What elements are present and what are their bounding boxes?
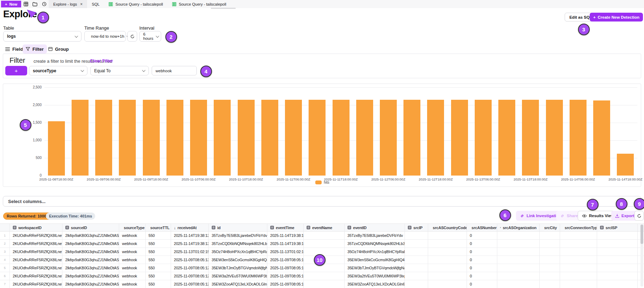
create-new-detection-button[interactable]: + Create New Detection: [590, 13, 643, 22]
tab-source-query-tailscalepoll[interactable]: Source Query - tailscalepoll: [168, 0, 231, 8]
bar-2025-11-12T12:00:00Z[interactable]: [403, 100, 420, 176]
bar-2025-11-14T12:00:00Z[interactable]: [593, 100, 610, 176]
table-row[interactable]: 62KUOdhvRReF5RZfQX8ILneT4fSd2lkfqv9aKB0G…: [0, 272, 644, 280]
gridline: [44, 87, 637, 88]
table-grid-icon[interactable]: [21, 0, 30, 8]
filter-value-input[interactable]: [152, 66, 197, 75]
bar-2025-11-11T06:00:00Z[interactable]: [285, 100, 302, 176]
cell-sourceType: webhook: [119, 264, 146, 272]
annotation-9: 9: [634, 198, 644, 210]
bar-2025-11-09T06:00:00Z[interactable]: [95, 100, 112, 176]
select-columns-input[interactable]: [3, 196, 641, 207]
link-icon: [560, 214, 565, 218]
column-header-eventID[interactable]: eventID: [345, 224, 405, 231]
column-header-id[interactable]: id: [209, 224, 267, 231]
bar-2025-11-12T06:00:00Z[interactable]: [380, 100, 397, 176]
table-select-value: logs: [7, 34, 16, 39]
tab-source-query-tailscalepoll[interactable]: Source Query - tailscalepoll: [104, 0, 168, 8]
column-header-workspaceID[interactable]: workspaceID: [10, 224, 62, 231]
cell-eventName: [304, 248, 345, 256]
column-header-srcIP[interactable]: srcIP: [405, 224, 428, 231]
cell-eventName: [304, 240, 345, 247]
cell-srcConnectionType: [560, 232, 597, 239]
tab-sql[interactable]: SQL: [87, 0, 104, 8]
column-header-eventName[interactable]: eventName: [304, 224, 345, 231]
column-header-sourceTTL[interactable]: sourceTTL: [146, 224, 171, 231]
column-header-srcASOrganization[interactable]: srcASOrganization: [497, 224, 540, 231]
bar-2025-11-08T18:00:00Z[interactable]: [48, 121, 65, 176]
bar-2025-11-13T18:00:00Z[interactable]: [522, 100, 539, 176]
table-select[interactable]: logs: [3, 31, 81, 42]
column-header-srcISP[interactable]: srcISP: [597, 224, 638, 231]
table-row[interactable]: 22KUOdhvRReF5RZfQX8ILneT4fSd2lkfqv9aKB0G…: [0, 240, 644, 248]
bar-2025-11-10T12:00:00Z[interactable]: [214, 100, 231, 176]
export-button[interactable]: Export: [611, 211, 638, 221]
cell-srcASCountryCode: [428, 240, 467, 247]
column-header-srcCity[interactable]: srcCity: [540, 224, 560, 231]
column-name: sourceID: [71, 226, 87, 230]
cell-eventName: [304, 264, 345, 272]
bar-2025-11-11T00:00:00Z[interactable]: [261, 100, 278, 176]
filter-field-select[interactable]: sourceType: [29, 66, 87, 75]
column-header-receivedAt[interactable]: ↓receivedAt: [171, 224, 209, 231]
cell-sourceType: webhook: [119, 272, 146, 280]
cell-id: 35EW3a2tVEu5T0WU0MI6WP3lxpw: [209, 272, 267, 280]
cell-sourceTTL: 550: [146, 280, 171, 288]
bar-2025-11-09T00:00:00Z[interactable]: [72, 100, 89, 176]
field-icon: [306, 226, 310, 229]
bar-2025-11-11T18:00:00Z[interactable]: [333, 100, 350, 176]
clear-filter-link[interactable]: Clear Filter: [90, 59, 113, 63]
row-number: 6: [0, 272, 10, 280]
bar-2025-11-10T18:00:00Z[interactable]: [238, 100, 255, 176]
table-row[interactable]: 72KUOdhvRReF5RZfQX8ILneT4fSd2lkfqv9aKB0G…: [0, 280, 644, 288]
bar-2025-11-11T12:00:00Z[interactable]: [309, 100, 326, 176]
column-header-srcConnectionType[interactable]: srcConnectionType: [560, 224, 597, 231]
bar-2025-11-13T12:00:00Z[interactable]: [498, 100, 515, 176]
cell-sourceTTL: 550: [146, 256, 171, 264]
refresh-results-button[interactable]: [634, 211, 644, 221]
cell-workspaceID: 2KUOdhvRReF5RZfQX8ILneT4fSd: [10, 264, 62, 272]
column-name: eventTime: [276, 226, 294, 230]
bar-2025-11-13T00:00:00Z[interactable]: [451, 100, 468, 176]
cell-srcASNumber: 0: [467, 240, 497, 247]
history-icon[interactable]: [40, 0, 49, 8]
column-header-sourceID[interactable]: sourceID: [62, 224, 119, 231]
folder-icon[interactable]: [30, 0, 40, 8]
tab-group[interactable]: Group: [45, 44, 72, 54]
add-filter-button[interactable]: +: [5, 66, 27, 75]
column-header-sourceType[interactable]: sourceType: [119, 224, 146, 231]
cell-receivedAt: 2025-11-14T19:38:13Z: [171, 232, 209, 239]
bar-2025-11-14T06:00:00Z[interactable]: [570, 100, 587, 176]
bar-2025-11-09T12:00:00Z[interactable]: [119, 100, 136, 176]
new-tab-button[interactable]: + New: [1, 1, 21, 7]
column-header-srcASNumber[interactable]: srcASNumber: [467, 224, 497, 231]
tab-list: Explore - logs×SQLSource Query - tailsca…: [49, 0, 231, 8]
bar-2025-11-09T18:00:00Z[interactable]: [143, 100, 160, 176]
bar-2025-11-14T18:00:00Z[interactable]: [617, 154, 634, 176]
bar-2025-11-14T00:00:00Z[interactable]: [546, 100, 563, 176]
column-header-eventTime[interactable]: eventTime: [267, 224, 304, 231]
refresh-time-range-button[interactable]: [127, 31, 137, 42]
export-label: Export: [621, 214, 634, 218]
time-range-value: now-6d to now+1h: [91, 34, 124, 38]
x-axis-tick: 2025-11-08T18:00:00Z: [34, 177, 79, 181]
bar-2025-11-13T06:00:00Z[interactable]: [475, 100, 492, 176]
bar-2025-11-12T18:00:00Z[interactable]: [427, 100, 444, 176]
tab-filter[interactable]: Filter: [23, 44, 47, 54]
bar-2025-11-12T00:00:00Z[interactable]: [356, 100, 373, 176]
filter-operator-select[interactable]: Equal To: [90, 66, 149, 75]
time-range-select[interactable]: now-6d to now+1h: [84, 31, 126, 42]
bar-2025-11-10T00:00:00Z[interactable]: [166, 100, 183, 176]
field-icon: [65, 226, 69, 229]
vertical-scrollbar[interactable]: [640, 225, 643, 287]
close-icon[interactable]: ×: [80, 2, 83, 7]
tab-explore-logs[interactable]: Explore - logs×: [49, 0, 87, 8]
group-icon: [48, 47, 53, 51]
bar-2025-11-10T06:00:00Z[interactable]: [190, 100, 207, 176]
column-header-srcASCountryCode[interactable]: srcASCountryCode: [428, 224, 467, 231]
cell-sourceID: 2lkfqv9aKB0G3qhuZJ1NlleDtAS: [62, 256, 119, 264]
sort-desc-icon: ↓: [174, 226, 176, 230]
interval-select[interactable]: 6 hours: [139, 31, 161, 42]
scrollbar-thumb[interactable]: [640, 225, 643, 244]
table-row[interactable]: 12KUOdhvRReF5RZfQX8ILneT4fSd2lkfqv9aKB0G…: [0, 232, 644, 240]
